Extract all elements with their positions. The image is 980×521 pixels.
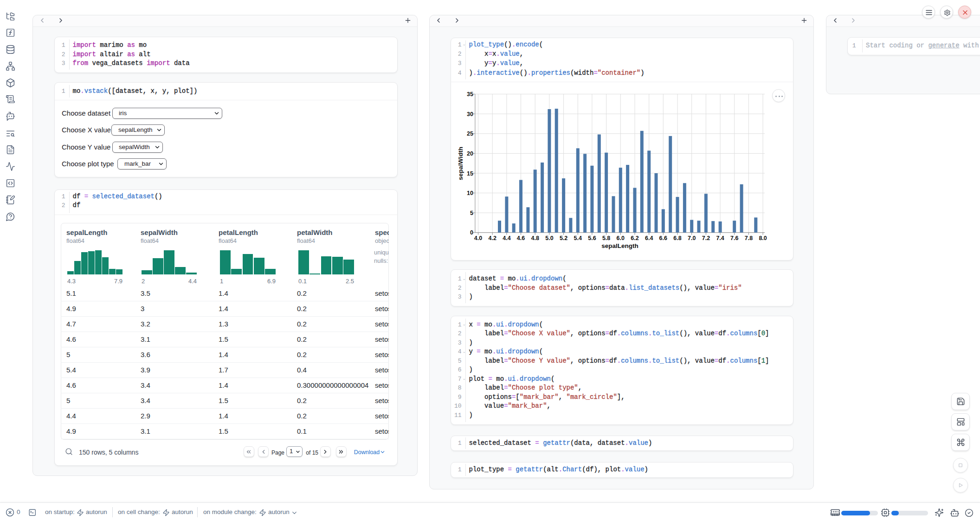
svg-text:5.0: 5.0 [545,235,553,241]
svg-text:sepalWidth: sepalWidth [457,147,464,180]
svg-text:6.2: 6.2 [631,235,638,241]
svg-text:8.0: 8.0 [759,235,767,241]
svg-text:5.2: 5.2 [559,235,567,241]
svg-text:6.4: 6.4 [645,235,653,241]
svg-text:4.6: 4.6 [516,235,524,241]
svg-text:4.2: 4.2 [488,235,496,241]
svg-text:30: 30 [466,111,473,117]
svg-text:4.4: 4.4 [503,235,510,241]
svg-text:20: 20 [466,150,473,157]
svg-text:6.0: 6.0 [616,235,624,241]
svg-text:5.4: 5.4 [574,235,581,241]
svg-text:6.6: 6.6 [659,235,667,241]
svg-text:4.0: 4.0 [474,235,482,241]
svg-text:6.8: 6.8 [673,235,681,241]
svg-text:5: 5 [470,210,473,216]
svg-text:4.8: 4.8 [531,235,539,241]
svg-text:sepalLength: sepalLength [601,242,638,249]
svg-text:7.8: 7.8 [744,235,752,241]
svg-text:5.6: 5.6 [588,235,596,241]
svg-text:10: 10 [466,190,473,196]
svg-text:15: 15 [466,170,473,177]
svg-text:7.0: 7.0 [688,235,696,241]
svg-text:7.4: 7.4 [716,235,724,241]
svg-text:7.2: 7.2 [702,235,709,241]
svg-text:0: 0 [470,229,473,236]
svg-text:35: 35 [466,91,473,98]
svg-text:5.8: 5.8 [602,235,610,241]
svg-text:7.6: 7.6 [730,235,738,241]
svg-text:25: 25 [466,130,473,137]
